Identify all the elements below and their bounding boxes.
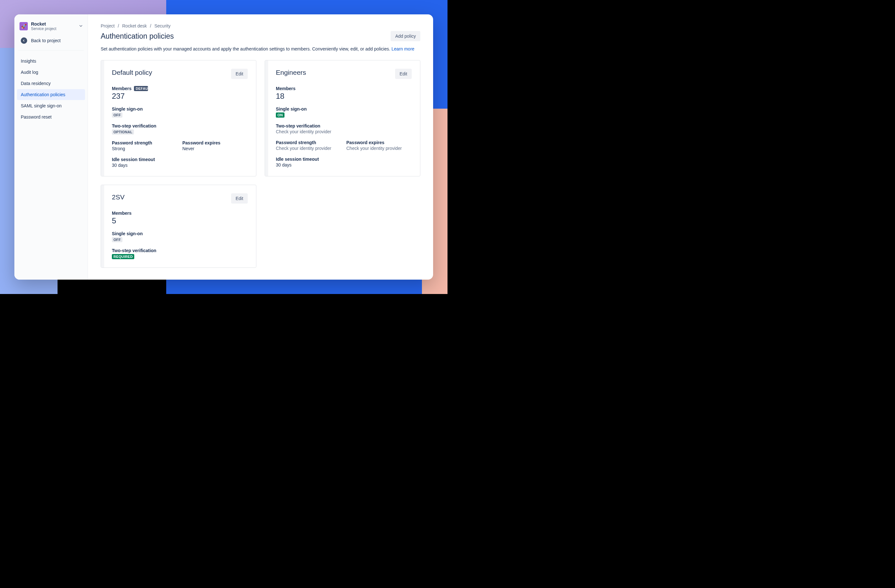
policies-grid: Default policy Edit Members DEFAULT 237 … [101, 60, 420, 268]
sidebar-item-authentication-policies[interactable]: Authentication policies [17, 89, 85, 100]
sso-badge: ON [276, 112, 284, 118]
sso-label: Single sign-on [112, 106, 248, 112]
pw-strength-label: Password strength [112, 140, 177, 145]
policy-name: 2SV [112, 193, 125, 201]
idle-label: Idle session timeout [112, 157, 248, 162]
two-step-label: Two-step verification [112, 123, 248, 129]
page-description: Set authentication policies with your ma… [101, 46, 420, 52]
breadcrumb-item[interactable]: Security [155, 23, 171, 29]
idle-value: 30 days [112, 163, 248, 168]
sso-badge: OFF [112, 112, 123, 118]
members-count: 5 [112, 216, 248, 225]
chevron-down-icon [79, 24, 82, 29]
two-step-label: Two-step verification [276, 123, 412, 129]
sidebar-item-data-residency[interactable]: Data residency [17, 78, 85, 89]
breadcrumb-separator: / [118, 23, 119, 29]
back-to-project-link[interactable]: Back to project [18, 31, 84, 50]
arrow-left-icon [21, 37, 27, 44]
page-title: Authentication policies [101, 32, 174, 41]
sso-label: Single sign-on [112, 231, 248, 236]
idle-value: 30 days [276, 162, 412, 167]
policy-card-engineers: Engineers Edit Members 18 Single sign-on… [265, 60, 420, 176]
project-selector[interactable]: Rocket Service project [17, 21, 85, 31]
breadcrumb: Project / Rocket desk / Security [101, 23, 420, 29]
pw-strength-value: Strong [112, 146, 177, 151]
members-label: Members [276, 86, 412, 91]
sidebar-item-password-reset[interactable]: Password reset [17, 112, 85, 123]
edit-button[interactable]: Edit [231, 193, 248, 203]
add-policy-button[interactable]: Add policy [391, 31, 420, 41]
policy-name: Default policy [112, 69, 152, 76]
breadcrumb-item[interactable]: Rocket desk [122, 23, 147, 29]
pw-expires-value: Never [182, 146, 248, 151]
pw-expires-label: Password expires [346, 140, 412, 145]
two-step-badge: OPTIONAL [112, 129, 134, 135]
sidebar-item-insights[interactable]: Insights [17, 56, 85, 67]
policy-card-2sv: 2SV Edit Members 5 Single sign-on OFF Tw… [101, 185, 256, 268]
sso-badge: OFF [112, 237, 123, 242]
pw-expires-value: Check your identity provider [346, 146, 412, 151]
pw-strength-label: Password strength [276, 140, 341, 145]
sso-label: Single sign-on [276, 106, 412, 112]
sidebar-nav: Insights Audit log Data residency Authen… [17, 56, 85, 123]
back-link-label: Back to project [31, 38, 61, 43]
edit-button[interactable]: Edit [395, 69, 412, 79]
sidebar-item-audit-log[interactable]: Audit log [17, 67, 85, 78]
main-content: Project / Rocket desk / Security Authent… [88, 14, 433, 280]
app-window: Rocket Service project Back to project I… [14, 14, 433, 280]
project-name: Rocket [31, 21, 76, 27]
breadcrumb-item[interactable]: Project [101, 23, 115, 29]
two-step-badge: REQUIRED [112, 254, 134, 259]
default-badge: DEFAULT [134, 86, 148, 91]
two-step-label: Two-step verification [112, 248, 248, 253]
project-rocket-icon [20, 22, 28, 30]
policy-card-default: Default policy Edit Members DEFAULT 237 … [101, 60, 256, 176]
sidebar-item-saml-sso[interactable]: SAML single sign-on [17, 100, 85, 111]
pw-strength-value: Check your identity provider [276, 146, 341, 151]
members-count: 18 [276, 92, 412, 101]
members-label: Members [112, 86, 131, 91]
sidebar: Rocket Service project Back to project I… [14, 14, 88, 280]
idle-label: Idle session timeout [276, 156, 412, 162]
two-step-value: Check your identity provider [276, 129, 412, 134]
members-count: 237 [112, 92, 248, 101]
breadcrumb-separator: / [150, 23, 151, 29]
edit-button[interactable]: Edit [231, 69, 248, 79]
pw-expires-label: Password expires [182, 140, 248, 145]
project-subtitle: Service project [31, 27, 76, 31]
policy-name: Engineers [276, 69, 306, 76]
members-label: Members [112, 211, 248, 216]
learn-more-link[interactable]: Learn more [391, 46, 414, 52]
